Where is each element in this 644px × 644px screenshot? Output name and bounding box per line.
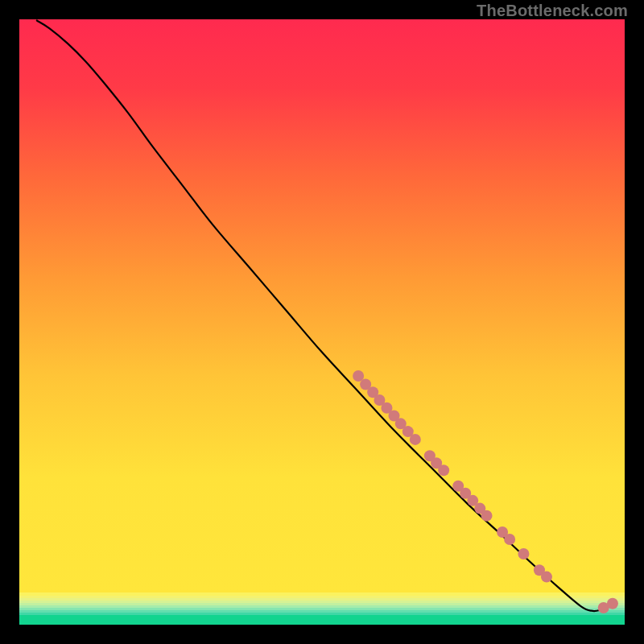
marker-dot <box>541 572 552 583</box>
watermark-text: TheBottleneck.com <box>477 2 628 20</box>
svg-rect-7 <box>19 608 625 610</box>
marker-dot <box>438 464 449 476</box>
marker-dot <box>504 534 515 545</box>
chart-svg <box>0 0 644 644</box>
gradient-background <box>19 19 625 592</box>
marker-dot <box>518 548 529 559</box>
svg-rect-3 <box>19 598 625 601</box>
bottom-bands <box>19 592 625 625</box>
svg-rect-5 <box>19 603 625 605</box>
marker-dot <box>410 434 421 445</box>
svg-rect-9 <box>19 613 625 615</box>
svg-rect-6 <box>19 605 625 608</box>
svg-rect-1 <box>19 592 625 596</box>
svg-rect-2 <box>19 596 625 598</box>
marker-dot <box>481 510 493 522</box>
chart-stage: TheBottleneck.com <box>0 0 644 644</box>
marker-dot <box>607 598 618 609</box>
svg-rect-8 <box>19 610 625 613</box>
svg-rect-10 <box>19 615 625 625</box>
svg-rect-4 <box>19 601 625 603</box>
